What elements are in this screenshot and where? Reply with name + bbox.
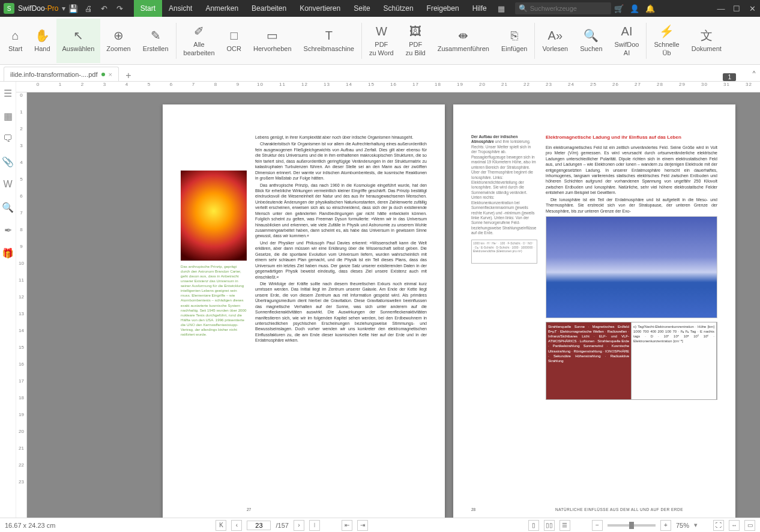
- first-page-button[interactable]: K: [216, 520, 226, 531]
- page-badge: 1: [723, 73, 736, 81]
- search-tools-input[interactable]: [530, 5, 608, 12]
- search-icon: 🔍: [584, 28, 599, 43]
- body-text: Lebens genügt, in ihrer Komplexität aber…: [255, 135, 427, 140]
- document-viewport[interactable]: Das anthropische Prinzip, geprägt durch …: [27, 92, 760, 518]
- diagram-atmosphere-layers: [546, 216, 717, 318]
- pdf-page-right[interactable]: Der Aufbau der irdischen Atmosphäre und …: [453, 104, 735, 518]
- title-bar: S SwifDoo-Pro ▾ 💾 🖨 ↶ ↷ StartAnsichtAnme…: [0, 0, 760, 17]
- prev-page-button[interactable]: ‹: [231, 520, 242, 531]
- ribbon-docset[interactable]: 文Dokument: [686, 19, 728, 63]
- thumbnails-icon[interactable]: ▦: [0, 108, 16, 124]
- ribbon-hand[interactable]: ✋Hand: [28, 19, 56, 63]
- ribbon-create[interactable]: ✎Erstellen: [137, 19, 175, 63]
- menu-freigeben[interactable]: Freigeben: [420, 0, 466, 17]
- redo-icon[interactable]: ↷: [112, 0, 128, 17]
- attachments-icon[interactable]: 📎: [0, 154, 16, 169]
- ribbon-merge[interactable]: ⇼Zusammenführen: [432, 19, 495, 63]
- ribbon-typewriter[interactable]: TSchreibmaschine: [298, 19, 360, 63]
- signature-icon[interactable]: ✒: [0, 222, 16, 238]
- page-number: 28: [471, 507, 475, 513]
- ribbon-zoom[interactable]: ⊕Zoomen: [100, 19, 136, 63]
- gift-icon[interactable]: 🎁: [0, 245, 16, 261]
- zoom-icon: ⊕: [113, 28, 124, 43]
- document-tab[interactable]: ilide.info-transformation-....pdf ×: [4, 67, 119, 81]
- word-icon[interactable]: W: [0, 177, 16, 192]
- ribbon-ocr[interactable]: □OCR: [221, 19, 247, 63]
- menu-seite[interactable]: Seite: [347, 0, 376, 17]
- user-icon[interactable]: 👤: [627, 0, 642, 17]
- ribbon-insert[interactable]: ⎘Einfügen: [495, 19, 533, 63]
- search-tools-box[interactable]: 🔍: [515, 2, 611, 14]
- maximize-button[interactable]: ☐: [729, 0, 744, 17]
- ribbon-label: PDF zu Bild: [406, 41, 426, 56]
- bell-icon[interactable]: 🔔: [642, 0, 658, 17]
- body-text: Ein elektromagnetisches Feld ist ein zei…: [546, 145, 717, 196]
- document-tab-strip: ilide.info-transformation-....pdf × + 1 …: [0, 65, 760, 82]
- read-icon: A»: [548, 28, 562, 43]
- body-text: Die Ionosphäre ist ein Teil der Erdatmos…: [546, 197, 717, 214]
- menu-anmerken[interactable]: Anmerken: [199, 0, 245, 17]
- bookmark-icon[interactable]: ☰: [0, 85, 16, 101]
- ocr-icon: □: [231, 28, 238, 43]
- modified-dot-icon: [101, 73, 105, 76]
- ribbon-toword[interactable]: WPDF zu Word: [363, 19, 400, 63]
- page-number: 27: [247, 507, 251, 513]
- pdf-page-left[interactable]: Das anthropische Prinzip, geprägt durch …: [163, 104, 445, 518]
- ribbon-start[interactable]: ⌂Start: [2, 19, 28, 63]
- search-icon: 🔍: [519, 4, 528, 13]
- close-button[interactable]: ✕: [744, 0, 760, 17]
- search-icon[interactable]: 🔍: [0, 199, 16, 215]
- minimize-button[interactable]: —: [713, 0, 729, 17]
- menu-start[interactable]: Start: [134, 0, 162, 17]
- apps-icon[interactable]: ▦: [493, 0, 509, 17]
- collapse-ribbon-icon[interactable]: ˄: [748, 70, 760, 81]
- ribbon-select[interactable]: ↖Auswählen: [56, 19, 101, 63]
- fit-width-icon[interactable]: ↔: [729, 520, 740, 531]
- menu-bar: StartAnsichtAnmerkenBearbeitenKonvertier…: [134, 0, 493, 17]
- left-side-panel: ☰▦🗨📎W🔍✒🎁: [0, 82, 16, 518]
- ribbon-label: Schnelle Üb: [654, 41, 679, 56]
- zoom-dropdown-icon[interactable]: ▾: [694, 521, 698, 529]
- next-view-button[interactable]: ⇥: [357, 520, 368, 531]
- ribbon-editall[interactable]: ✐Alle bearbeiten: [178, 19, 221, 63]
- prev-view-button[interactable]: ⇤: [342, 520, 352, 531]
- menu-konvertieren[interactable]: Konvertieren: [293, 0, 347, 17]
- cart-icon[interactable]: 🛒: [611, 0, 627, 17]
- zoom-slider[interactable]: [608, 524, 656, 527]
- select-icon: ↖: [73, 28, 83, 43]
- start-icon: ⌂: [12, 28, 19, 43]
- ribbon-toimg[interactable]: 🖼PDF zu Bild: [400, 19, 432, 63]
- zoom-out-button[interactable]: −: [592, 520, 603, 531]
- read-mode-icon[interactable]: ▭: [744, 520, 755, 531]
- undo-icon[interactable]: ↶: [97, 0, 112, 17]
- two-page-icon[interactable]: ▯▯: [544, 520, 555, 531]
- close-tab-icon[interactable]: ×: [109, 71, 112, 78]
- menu-bearbeiten[interactable]: Bearbeiten: [245, 0, 293, 17]
- toimg-icon: 🖼: [409, 24, 421, 38]
- fit-page-icon[interactable]: ⛶: [713, 520, 724, 531]
- print-icon[interactable]: 🖨: [81, 0, 97, 17]
- continuous-icon[interactable]: ☰: [559, 520, 570, 531]
- menu-ansicht[interactable]: Ansicht: [162, 0, 199, 17]
- figure-atomic-explosion: [181, 171, 247, 261]
- ribbon-ai[interactable]: AISwifDoo AI: [609, 19, 645, 63]
- body-text: Die Wirkfolge der Kräfte sollte nach die…: [255, 281, 427, 343]
- ribbon-search[interactable]: 🔍Suchen: [574, 19, 608, 63]
- menu-hilfe[interactable]: Hilfe: [466, 0, 493, 17]
- ribbon-highlight[interactable]: ▭Hervorheben: [247, 19, 298, 63]
- next-page-button[interactable]: ›: [294, 520, 304, 531]
- page-number-input[interactable]: [247, 521, 271, 530]
- comments-icon[interactable]: 🗨: [0, 131, 16, 147]
- app-name: SwifDoo-Pro ▾: [18, 4, 65, 13]
- add-tab-button[interactable]: +: [122, 70, 134, 81]
- create-icon: ✎: [151, 28, 161, 43]
- ribbon-read[interactable]: A»Vorlesen: [536, 19, 574, 63]
- zoom-in-button[interactable]: +: [660, 520, 671, 531]
- ribbon-label: Erstellen: [143, 45, 169, 53]
- single-page-icon[interactable]: ▯: [528, 520, 539, 531]
- last-page-button[interactable]: ꘡: [309, 520, 320, 531]
- ribbon-quick[interactable]: ⚡Schnelle Üb: [648, 19, 685, 63]
- ai-icon: AI: [621, 24, 633, 38]
- save-icon[interactable]: 💾: [65, 0, 81, 17]
- menu-schützen[interactable]: Schützen: [377, 0, 420, 17]
